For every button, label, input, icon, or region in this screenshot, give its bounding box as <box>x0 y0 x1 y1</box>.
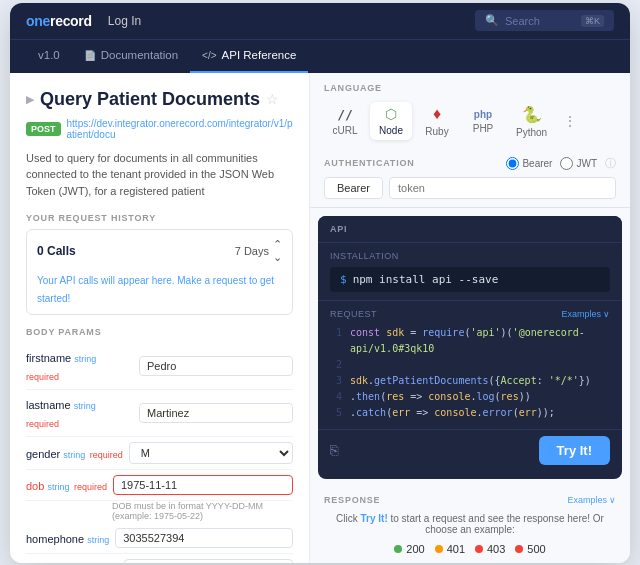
status-badges: 200 401 403 500 <box>324 543 616 555</box>
param-row-homephone: homephone string <box>26 523 293 554</box>
response-hint: Click Try It! to start a request and see… <box>324 513 616 535</box>
nav-api[interactable]: </> API Reference <box>190 39 308 73</box>
more-langs-icon[interactable]: ⋮ <box>563 113 577 129</box>
param-input-firstname[interactable] <box>139 356 293 376</box>
nav-docs[interactable]: 📄 Documentation <box>72 39 190 73</box>
auth-header: AUTHENTICATION Bearer JWT ⓘ <box>324 156 616 171</box>
api-icon: </> <box>202 50 216 61</box>
param-row-firstname: firstname string required <box>26 343 293 390</box>
code-panel: API INSTALLATION $ npm install api --sav… <box>318 216 622 479</box>
copy-button[interactable]: ⎘ <box>330 442 338 458</box>
request-header-row: REQUEST Examples ∨ <box>330 309 610 319</box>
search-box[interactable]: 🔍 ⌘K <box>475 10 614 31</box>
lang-tab-ruby[interactable]: ♦ Ruby <box>416 101 458 141</box>
response-header-row: RESPONSE Examples ∨ <box>324 495 616 505</box>
response-examples-link[interactable]: Examples ∨ <box>567 495 616 505</box>
expand-icon[interactable]: ▶ <box>26 93 34 106</box>
request-history: 0 Calls 7 Days ⌃⌄ Your API calls will ap… <box>26 229 293 315</box>
install-label: INSTALLATION <box>330 251 610 261</box>
page-title: Query Patient Documents <box>40 89 260 110</box>
request-label: REQUEST <box>330 309 377 319</box>
status-dot-401 <box>435 545 443 553</box>
param-row-dob: dob string required <box>26 470 293 501</box>
status-badge-401[interactable]: 401 <box>435 543 465 555</box>
response-section: RESPONSE Examples ∨ Click Try It! to sta… <box>310 487 630 563</box>
python-icon: 🐍 <box>522 105 542 124</box>
curl-icon: // <box>337 107 353 122</box>
status-dot-500 <box>515 545 523 553</box>
history-empty-text: Your API calls will appear here. Make a … <box>37 275 274 304</box>
main-content: ▶ Query Patient Documents ☆ POST https:/… <box>10 73 630 563</box>
request-section: REQUEST Examples ∨ 1 const sdk = require… <box>318 301 622 429</box>
prompt-icon: $ <box>340 273 347 286</box>
lang-tab-php[interactable]: php PHP <box>462 105 504 138</box>
try-it-button[interactable]: Try It! <box>539 436 610 465</box>
code-line-5: 5 .catch(err => console.error(err)); <box>330 405 610 421</box>
param-row-dob-wrapper: dob string required DOB must be in forma… <box>26 470 293 521</box>
auth-options: Bearer JWT ⓘ <box>506 156 616 171</box>
history-header: 0 Calls 7 Days ⌃⌄ <box>37 238 282 264</box>
param-input-homephone[interactable] <box>115 528 293 548</box>
auth-label: AUTHENTICATION <box>324 158 415 168</box>
param-input-streetaddress[interactable] <box>124 559 293 563</box>
auth-bearer-button[interactable]: Bearer <box>324 177 383 199</box>
ruby-icon: ♦ <box>433 105 441 123</box>
auth-info-icon: ⓘ <box>605 156 616 171</box>
auth-section: AUTHENTICATION Bearer JWT ⓘ Bearer <box>310 150 630 208</box>
status-dot-200 <box>394 545 402 553</box>
code-line-1: 1 const sdk = require('api')('@onerecord… <box>330 325 610 357</box>
language-label: LANGUAGE <box>324 83 616 93</box>
code-footer: ⎘ Try It! <box>318 429 622 471</box>
logo: onerecord <box>26 13 92 29</box>
left-panel: ▶ Query Patient Documents ☆ POST https:/… <box>10 73 310 563</box>
param-row-lastname: lastname string required <box>26 390 293 437</box>
param-input-lastname[interactable] <box>139 403 293 423</box>
code-line-3: 3 sdk.getPatientDocuments({Accept: '*/*'… <box>330 373 610 389</box>
body-params-label: BODY PARAMS <box>26 327 293 337</box>
lang-tab-python[interactable]: 🐍 Python <box>508 101 555 142</box>
code-line-2: 2 <box>330 357 610 373</box>
search-input[interactable] <box>505 15 575 27</box>
chevron-down-icon: ∨ <box>603 309 610 319</box>
install-command: $ npm install api --save <box>330 267 610 292</box>
status-dot-403 <box>475 545 483 553</box>
param-row-gender: gender string required M F <box>26 437 293 470</box>
search-icon: 🔍 <box>485 14 499 27</box>
installation-section: INSTALLATION $ npm install api --save <box>318 243 622 301</box>
login-button[interactable]: Log In <box>108 14 141 28</box>
right-panel: LANGUAGE // cURL ⬡ Node ♦ Ruby <box>310 73 630 563</box>
param-input-dob[interactable] <box>113 475 293 495</box>
auth-bearer-radio[interactable]: Bearer <box>506 157 552 170</box>
docs-icon: 📄 <box>84 50 96 61</box>
sub-navbar: v1.0 📄 Documentation </> API Reference <box>10 39 630 73</box>
version-badge: v1.0 <box>26 39 72 73</box>
chevron-icon: ⌃⌄ <box>273 238 282 264</box>
response-chevron-down-icon: ∨ <box>609 495 616 505</box>
node-icon: ⬡ <box>385 106 397 122</box>
examples-link[interactable]: Examples ∨ <box>561 309 610 319</box>
body-params-section: BODY PARAMS firstname string required la… <box>26 327 293 563</box>
days-selector[interactable]: 7 Days ⌃⌄ <box>235 238 282 264</box>
favorite-icon[interactable]: ☆ <box>266 91 279 107</box>
param-row-streetaddress: streetaddress string <box>26 554 293 563</box>
status-badge-500[interactable]: 500 <box>515 543 545 555</box>
param-name-firstname: firstname <box>26 352 74 364</box>
auth-token-input[interactable] <box>389 177 616 199</box>
page-description: Used to query for documents in all commu… <box>26 150 293 200</box>
lang-tab-node[interactable]: ⬡ Node <box>370 102 412 140</box>
method-url-row: POST https://dev.integrator.onerecord.co… <box>26 118 293 140</box>
method-badge: POST <box>26 122 61 136</box>
auth-input-row: Bearer <box>324 177 616 199</box>
app-window: onerecord Log In 🔍 ⌘K v1.0 📄 Documentati… <box>10 3 630 563</box>
auth-jwt-radio[interactable]: JWT <box>560 157 597 170</box>
top-navbar: onerecord Log In 🔍 ⌘K <box>10 3 630 39</box>
code-line-4: 4 .then(res => console.log(res)) <box>330 389 610 405</box>
status-badge-403[interactable]: 403 <box>475 543 505 555</box>
lang-tab-curl[interactable]: // cURL <box>324 103 366 140</box>
calls-count: 0 Calls <box>37 244 76 258</box>
dob-note: DOB must be in format YYYY-DD-MM(example… <box>112 501 293 521</box>
code-panel-header: API <box>318 216 622 243</box>
response-try-link[interactable]: Try It! <box>360 513 387 524</box>
param-select-gender[interactable]: M F <box>129 442 293 464</box>
status-badge-200[interactable]: 200 <box>394 543 424 555</box>
